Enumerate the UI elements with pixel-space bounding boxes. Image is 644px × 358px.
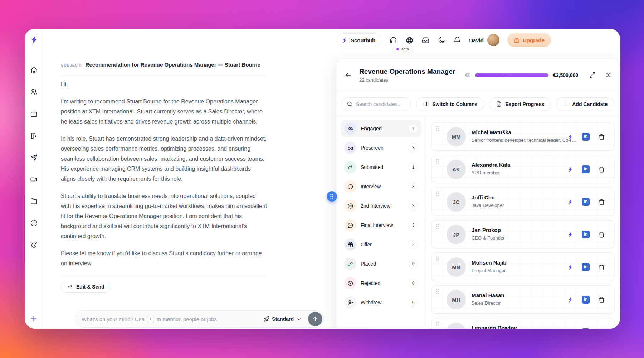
drag-handle-icon[interactable] <box>436 159 440 164</box>
linkedin-icon[interactable]: in <box>582 328 590 329</box>
candidate-card[interactable]: JP Jan Prokop CEO & Founder in <box>431 220 615 248</box>
back-button[interactable] <box>343 70 353 81</box>
trash-icon[interactable] <box>598 264 605 271</box>
trash-icon[interactable] <box>598 166 605 173</box>
panel-header: Revenue Operations Manager 22 candidates… <box>336 59 620 91</box>
scouthub-logo-icon[interactable] <box>29 35 39 44</box>
candidate-card[interactable]: JC Joffi Chu Java Developer in <box>431 187 615 216</box>
drag-handle-icon[interactable] <box>436 191 440 197</box>
subject-row: SUBJECT: Recommendation for Revenue Oper… <box>61 62 267 68</box>
scouthub-profile-icon[interactable] <box>567 134 573 140</box>
export-progress-button[interactable]: Export Progress <box>489 97 551 111</box>
scouthub-profile-icon[interactable] <box>567 199 573 205</box>
add-new-icon[interactable] <box>30 315 38 323</box>
user-menu[interactable]: David <box>469 34 499 46</box>
scouthub-profile-icon[interactable] <box>567 232 573 238</box>
beta-badge: Beta <box>392 45 413 53</box>
library-icon[interactable] <box>30 132 38 140</box>
alarm-clock-icon[interactable] <box>30 241 38 249</box>
drag-handle-icon[interactable] <box>436 126 440 131</box>
candidate-name: Michal Matuška <box>472 129 511 135</box>
home-icon[interactable] <box>30 66 38 74</box>
stage-submitted[interactable]: Submitted 1 <box>341 159 421 175</box>
candidate-name: Mohsen Najib <box>472 260 507 266</box>
stage-label: Final Interview <box>361 222 404 228</box>
add-candidate-label: Add Candidate <box>572 101 608 107</box>
inbox-icon[interactable] <box>421 36 430 44</box>
stage-label: Prescreen <box>361 145 404 151</box>
candidate-card[interactable]: MH Manal Hasan Sales Director in <box>431 285 615 314</box>
scouthub-profile-icon[interactable] <box>567 297 573 303</box>
stage-count: 3 <box>409 143 418 153</box>
expand-icon[interactable] <box>589 72 596 78</box>
jobs-briefcase-icon[interactable] <box>30 110 38 118</box>
scouthub-profile-icon[interactable] <box>567 264 573 270</box>
send-icon[interactable] <box>30 154 38 161</box>
candidate-avatar <box>447 323 466 329</box>
edit-send-button[interactable]: Edit & Send <box>61 281 111 293</box>
mode-selector[interactable]: Standard <box>263 316 302 322</box>
candidate-card[interactable]: MN Mohsen Najib Project Manager in <box>431 252 615 281</box>
candidate-avatar: MN <box>447 257 466 277</box>
stage-rejected[interactable]: Rejected 0 <box>341 275 421 291</box>
party-popper-icon <box>344 258 356 270</box>
chat-composer[interactable]: What’s on your mind? Use / to mention pe… <box>75 310 324 328</box>
moon-icon[interactable] <box>438 36 445 44</box>
scouthub-profile-icon[interactable] <box>567 166 573 173</box>
drag-handle-icon[interactable] <box>436 321 440 327</box>
linkedin-icon[interactable]: in <box>582 165 590 173</box>
panel-subtitle: 22 candidates <box>359 77 455 83</box>
pie-chart-icon[interactable] <box>30 219 38 227</box>
trash-icon[interactable] <box>598 296 605 303</box>
close-icon[interactable] <box>605 72 612 78</box>
switch-to-columns-button[interactable]: Switch to Columns <box>416 97 484 111</box>
linkedin-icon[interactable]: in <box>582 133 590 141</box>
send-message-button[interactable] <box>308 312 322 326</box>
email-paragraph: Stuart’s ability to translate business n… <box>61 191 267 241</box>
panel-toolbar: Switch to Columns Export Progress Add Ca… <box>336 91 620 117</box>
candidate-name: Leonardo Beadov <box>472 325 517 329</box>
people-icon[interactable] <box>30 88 38 96</box>
stage-interview[interactable]: Interview 3 <box>341 178 421 195</box>
linkedin-icon[interactable]: in <box>582 263 590 271</box>
drag-handle-icon[interactable] <box>436 224 440 229</box>
stage-engaged[interactable]: Engaged 7 <box>341 120 421 137</box>
upgrade-button[interactable]: Upgrade <box>507 33 551 47</box>
email-preview-area: SUBJECT: Recommendation for Revenue Oper… <box>43 29 336 329</box>
email-paragraph: Hi, <box>61 79 267 90</box>
brand-pill[interactable]: Scouthub <box>337 33 381 47</box>
add-candidate-button[interactable]: Add Candidate <box>556 97 614 111</box>
candidate-card[interactable]: Leonardo Beadov in <box>431 318 615 329</box>
linkedin-icon[interactable]: in <box>582 231 590 238</box>
arrow-up-icon <box>312 316 318 322</box>
stage-count: 3 <box>409 201 418 211</box>
trash-icon[interactable] <box>598 231 605 238</box>
search-input[interactable] <box>356 101 406 107</box>
candidate-card[interactable]: MM Michal Matuška Senior frontend develo… <box>431 122 615 151</box>
search-box[interactable] <box>342 97 411 111</box>
stage-offer[interactable]: Offer 2 <box>341 236 421 253</box>
linkedin-icon[interactable]: in <box>582 198 590 206</box>
bell-icon[interactable] <box>453 36 461 44</box>
stage-placed[interactable]: Placed 0 <box>341 256 421 272</box>
stage-2nd-interview[interactable]: 2nd Interview 3 <box>341 198 421 214</box>
linkedin-icon[interactable]: in <box>582 296 590 304</box>
brand-label: Scouthub <box>351 37 375 43</box>
trash-icon[interactable] <box>598 134 605 140</box>
globe-icon[interactable] <box>405 36 414 44</box>
panel-drag-handle[interactable] <box>327 191 337 202</box>
drag-handle-icon[interactable] <box>436 289 440 294</box>
chevron-down-icon <box>296 316 302 322</box>
submit-arrow-icon <box>344 161 356 173</box>
candidate-card[interactable]: AK Alexandra Kala YPO member in <box>431 155 615 183</box>
video-icon[interactable] <box>30 175 38 183</box>
headphones-icon[interactable] <box>389 36 397 44</box>
drag-handle-icon[interactable] <box>436 256 440 262</box>
folder-icon[interactable] <box>30 197 38 205</box>
trash-icon[interactable] <box>598 199 605 205</box>
budget-min: €0 <box>465 72 470 78</box>
stage-prescreen[interactable]: Prescreen 3 <box>341 140 421 156</box>
stage-withdrew[interactable]: Withdrew 0 <box>341 294 421 311</box>
stage-final-interview[interactable]: Final Interview 3 <box>341 217 421 233</box>
stage-label: Engaged <box>361 126 404 131</box>
